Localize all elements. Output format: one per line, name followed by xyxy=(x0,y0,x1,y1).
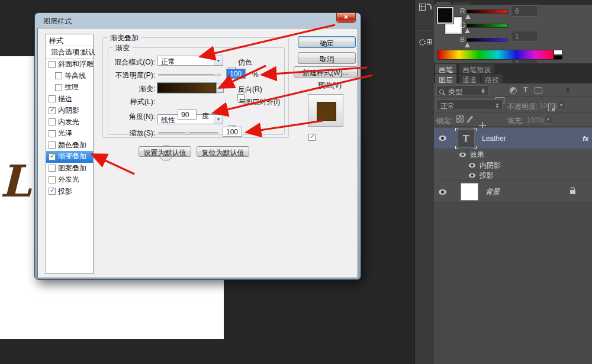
checkbox[interactable] xyxy=(55,72,62,79)
gradient-swatch[interactable] xyxy=(157,83,216,93)
styles-item-drop-shadow[interactable]: ✓投影 xyxy=(46,186,93,198)
effect-row-inner-shadow[interactable]: 内阴影 xyxy=(434,160,592,170)
red-slider-thumb[interactable] xyxy=(465,14,471,19)
green-slider-thumb[interactable] xyxy=(465,28,470,33)
checkbox[interactable] xyxy=(49,130,56,137)
filter-shape-layers-icon[interactable] xyxy=(535,87,542,94)
checkbox[interactable]: ✓ xyxy=(49,153,56,160)
styles-item-bevel-emboss[interactable]: 斜面和浮雕 xyxy=(46,59,93,70)
visibility-eye-icon[interactable] xyxy=(469,163,475,167)
panel-dock xyxy=(414,0,434,364)
layer-row-leather[interactable]: T Leather fx xyxy=(434,128,592,149)
close-button[interactable]: × xyxy=(336,13,356,23)
checkbox[interactable] xyxy=(55,84,62,91)
tab-brush-presets[interactable]: 画笔预设 xyxy=(459,64,494,73)
layer-name[interactable]: 背景 xyxy=(485,187,500,197)
checkbox[interactable]: ✓ xyxy=(49,107,56,114)
color-spectrum-ramp[interactable] xyxy=(437,50,554,60)
checkbox[interactable] xyxy=(49,95,56,102)
cancel-button[interactable]: 取消 xyxy=(298,52,356,64)
reverse-label: 反向(R) xyxy=(238,85,262,95)
filter-type-layers-icon[interactable]: T xyxy=(523,86,527,94)
layer-blend-mode-select[interactable]: 正常 xyxy=(436,99,503,110)
chevron-down-icon[interactable]: ▼ xyxy=(214,115,223,124)
photoshop-workspace: { "accent_red": "#e3170d", "selection_bl… xyxy=(0,0,592,364)
dock-icon-clone-source[interactable] xyxy=(419,4,432,11)
spectrum-black-swatch[interactable] xyxy=(554,55,562,60)
checkbox[interactable] xyxy=(49,118,56,125)
styles-item-gradient-overlay[interactable]: ✓渐变叠加 xyxy=(46,151,93,163)
fill-value[interactable]: 100% xyxy=(526,116,545,124)
opacity-slider[interactable] xyxy=(158,74,221,76)
fill-dropdown[interactable]: ▼ xyxy=(544,115,552,124)
checkbox[interactable] xyxy=(49,141,56,149)
gradient-picker-button[interactable]: ▼ xyxy=(216,83,224,93)
layer-row-background[interactable]: 背景 xyxy=(434,182,592,202)
angle-unit: 度 xyxy=(202,111,209,121)
styles-item-contour[interactable]: 等高线 xyxy=(46,70,93,82)
layer-filter-row: 类型 T xyxy=(434,83,592,97)
background-layer-thumbnail[interactable] xyxy=(461,183,478,201)
blue-slider[interactable] xyxy=(466,38,508,42)
styles-item-stroke[interactable]: 描边 xyxy=(46,94,93,105)
text-layer-thumbnail[interactable]: T xyxy=(457,130,475,147)
lock-pixels-icon[interactable] xyxy=(468,115,473,121)
ok-button[interactable]: 确定 xyxy=(298,36,356,48)
tab-layers[interactable]: 图层 xyxy=(435,74,456,83)
effects-label: 效果 xyxy=(470,150,484,160)
styles-item-pattern-overlay[interactable]: 图案叠加 xyxy=(46,163,93,175)
dither-label: 仿色 xyxy=(238,57,252,67)
styles-item-satin[interactable]: 光泽 xyxy=(46,128,93,140)
filter-type-select[interactable]: 类型 xyxy=(436,85,488,95)
angle-input[interactable]: 90 xyxy=(178,109,197,120)
layer-opacity-value[interactable]: 100% xyxy=(539,102,558,110)
dock-icon-brush-settings[interactable] xyxy=(419,39,432,46)
tab-paths[interactable]: 路径 xyxy=(481,74,503,83)
blue-slider-thumb[interactable] xyxy=(465,43,470,47)
lock-transparency-icon[interactable] xyxy=(456,115,464,123)
chevron-down-icon[interactable]: ▼ xyxy=(214,56,223,65)
foreground-color-swatch[interactable] xyxy=(437,7,453,24)
layers-tabstrip: 图层 通道 路径 xyxy=(434,73,592,83)
tab-channels[interactable]: 通道 xyxy=(459,74,480,83)
layer-name[interactable]: Leather xyxy=(482,134,506,143)
red-slider[interactable] xyxy=(466,9,508,14)
layer-opacity-label: 不透明度: xyxy=(507,102,538,112)
visibility-eye-icon[interactable] xyxy=(439,136,446,141)
visibility-eye-icon[interactable] xyxy=(469,173,475,178)
checkbox[interactable] xyxy=(49,61,56,68)
styles-item-blending-options[interactable]: 混合选项:默认 xyxy=(46,46,93,59)
scale-input[interactable]: 100 xyxy=(223,127,242,137)
checkbox[interactable] xyxy=(49,176,56,183)
dialog-titlebar[interactable]: 图层样式 × xyxy=(37,13,358,28)
tab-color[interactable] xyxy=(436,2,451,5)
new-style-button[interactable]: 新建样式(W)... xyxy=(294,66,358,78)
green-slider[interactable] xyxy=(466,24,508,28)
styles-item-inner-glow[interactable]: 内发光 xyxy=(46,117,93,128)
styles-item-texture[interactable]: 纹理 xyxy=(46,82,93,94)
styles-item-inner-shadow[interactable]: ✓内阴影 xyxy=(46,105,93,117)
layer-effects-row[interactable]: 效果 xyxy=(434,149,592,160)
tab-brush[interactable]: 画笔 xyxy=(435,64,456,73)
red-value-input[interactable]: 6 xyxy=(511,5,538,17)
styles-item-outer-glow[interactable]: 外发光 xyxy=(46,174,93,186)
preview-checkbox[interactable]: ✓ xyxy=(308,134,316,141)
green-value-input[interactable]: 1 xyxy=(511,31,538,42)
filter-adjustment-layers-icon[interactable] xyxy=(510,87,517,94)
styles-item-color-overlay[interactable]: 颜色叠加 xyxy=(46,140,93,152)
checkbox[interactable]: ✓ xyxy=(49,188,56,195)
opacity-input[interactable]: 100 xyxy=(226,69,246,79)
layer-opacity-dropdown[interactable]: ▼ xyxy=(557,101,565,109)
set-default-button[interactable]: 设置为默认值 xyxy=(139,146,191,157)
checkbox[interactable] xyxy=(49,165,56,172)
effect-row-drop-shadow[interactable]: 投影 xyxy=(434,170,592,181)
tab-swatches[interactable] xyxy=(453,2,469,5)
blend-mode-select[interactable]: 正常▼ xyxy=(157,56,223,66)
visibility-eye-icon[interactable] xyxy=(439,189,446,195)
filter-toggle-icon[interactable] xyxy=(565,86,570,94)
dialog-body: 样式 混合选项:默认 斜面和浮雕 等高线 纹理 描边 ✓内阴影 内发光 光泽 颜… xyxy=(37,28,358,278)
reset-default-button[interactable]: 复位为默认值 xyxy=(197,146,249,157)
visibility-eye-icon[interactable] xyxy=(459,152,466,157)
spectrum-white-swatch[interactable] xyxy=(554,50,562,55)
fx-badge[interactable]: fx xyxy=(583,135,588,142)
